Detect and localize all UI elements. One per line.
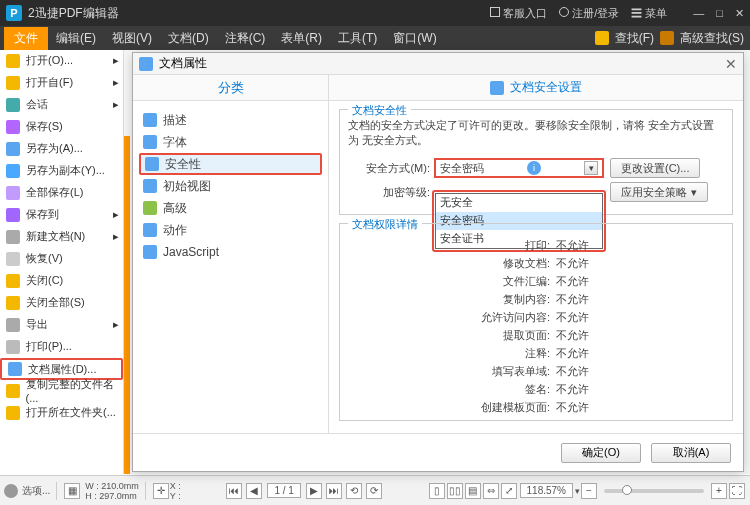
page-indicator[interactable]: 1 / 1 <box>267 483 300 498</box>
permission-row: 复制内容:不允许 <box>468 292 724 307</box>
cat-javascript[interactable]: JavaScript <box>139 241 322 263</box>
zoom-out-icon[interactable]: − <box>581 483 597 499</box>
menu-open[interactable]: 打开(O)...▸ <box>0 50 123 72</box>
perm-label: 复制内容: <box>468 292 550 307</box>
security-method-combo[interactable]: 安全密码 i ▾ <box>434 158 604 178</box>
next-page-icon[interactable]: ▶ <box>306 483 322 499</box>
crosshair-icon[interactable]: ✛ <box>153 483 169 499</box>
layout-1-icon[interactable]: ▯ <box>429 483 445 499</box>
close-window-icon[interactable]: ✕ <box>735 7 744 20</box>
perm-value: 不允许 <box>556 382 589 397</box>
dialog-close-icon[interactable]: ✕ <box>725 56 737 72</box>
open-folder-icon <box>6 406 20 420</box>
save-icon <box>6 120 20 134</box>
permissions-section-label: 文档权限详情 <box>348 217 422 232</box>
menu-close-all[interactable]: 关闭全部(S) <box>0 292 123 314</box>
perm-label: 修改文档: <box>468 256 550 271</box>
layout-3-icon[interactable]: ▤ <box>465 483 481 499</box>
menu-save-as[interactable]: 另存为(A)... <box>0 138 123 160</box>
thumb-icon[interactable]: ▦ <box>64 483 80 499</box>
menu-restore[interactable]: 恢复(V) <box>0 248 123 270</box>
login-link[interactable]: 注册/登录 <box>559 6 619 21</box>
menu-open-folder[interactable]: 打开所在文件夹(... <box>0 402 123 424</box>
layout-2-icon[interactable]: ▯▯ <box>447 483 463 499</box>
options-link[interactable]: 选项... <box>22 484 50 498</box>
slider-thumb[interactable] <box>622 485 632 495</box>
perm-value: 不允许 <box>556 292 589 307</box>
cat-description[interactable]: 描述 <box>139 109 322 131</box>
security-description: 文档的安全方式决定了可许可的更改。要移除安全限制，请将 安全方式设置为 无安全方… <box>348 118 724 148</box>
menu-window[interactable]: 窗口(W) <box>385 30 444 47</box>
menu-session[interactable]: 会话▸ <box>0 94 123 116</box>
advfind-link[interactable]: 高级查找(S) <box>680 30 744 47</box>
info-icon: i <box>527 161 541 175</box>
opt-no-security[interactable]: 无安全 <box>436 194 602 212</box>
gear-icon[interactable] <box>4 484 18 498</box>
ok-button[interactable]: 确定(O) <box>561 443 641 463</box>
menu-save-to[interactable]: 保存到▸ <box>0 204 123 226</box>
first-page-icon[interactable]: ⏮ <box>226 483 242 499</box>
doc-icon <box>139 57 153 71</box>
encryption-label: 加密等级: <box>348 185 430 200</box>
perm-label: 创建模板页面: <box>468 400 550 415</box>
permission-row: 允许访问内容:不允许 <box>468 310 724 325</box>
perm-label: 打印: <box>468 238 550 253</box>
cat-fonts[interactable]: 字体 <box>139 131 322 153</box>
perm-value: 不允许 <box>556 310 589 325</box>
fit-width-icon[interactable]: ⇔ <box>483 483 499 499</box>
menu-save-copy[interactable]: 另存为副本(Y)... <box>0 160 123 182</box>
menu-annot[interactable]: 注释(C) <box>217 30 274 47</box>
nav-fwd-icon[interactable]: ⟳ <box>366 483 382 499</box>
hamburger-menu[interactable]: ☰ 菜单 <box>631 6 667 21</box>
menu-close[interactable]: 关闭(C) <box>0 270 123 292</box>
categories-header: 分类 <box>133 75 328 101</box>
security-section-label: 文档安全性 <box>348 103 411 118</box>
perm-label: 允许访问内容: <box>468 310 550 325</box>
perm-label: 填写表单域: <box>468 364 550 379</box>
perm-value: 不允许 <box>556 328 589 343</box>
zoom-value[interactable]: 118.57% <box>520 483 573 498</box>
cat-actions[interactable]: 动作 <box>139 219 322 241</box>
menu-edit[interactable]: 编辑(E) <box>48 30 104 47</box>
close-all-icon <box>6 296 20 310</box>
permission-row: 填写表单域:不允许 <box>468 364 724 379</box>
zoom-slider[interactable] <box>604 489 704 493</box>
last-page-icon[interactable]: ⏭ <box>326 483 342 499</box>
cat-initial-view[interactable]: 初始视图 <box>139 175 322 197</box>
cancel-button[interactable]: 取消(A) <box>651 443 731 463</box>
customer-service-link[interactable]: 客服入口 <box>490 6 547 21</box>
maximize-icon[interactable]: □ <box>716 7 723 20</box>
titlebar: P 2迅捷PDF编辑器 客服入口 注册/登录 ☰ 菜单 — □ ✕ <box>0 0 750 26</box>
menu-save[interactable]: 保存(S) <box>0 116 123 138</box>
restore-icon <box>6 252 20 266</box>
file-menu-panel: 打开(O)...▸ 打开自(F)▸ 会话▸ 保存(S) 另存为(A)... 另存… <box>0 50 124 474</box>
nav-back-icon[interactable]: ⟲ <box>346 483 362 499</box>
change-settings-button[interactable]: 更改设置(C)... <box>610 158 700 178</box>
zoom-in-icon[interactable]: + <box>711 483 727 499</box>
menu-document[interactable]: 文档(D) <box>160 30 217 47</box>
menu-copy-filename[interactable]: 复制完整的文件名(... <box>0 380 123 402</box>
menu-print[interactable]: 打印(P)... <box>0 336 123 358</box>
menu-export[interactable]: 导出▸ <box>0 314 123 336</box>
menu-tool[interactable]: 工具(T) <box>330 30 385 47</box>
menu-form[interactable]: 表单(R) <box>273 30 330 47</box>
fullscreen-icon[interactable]: ⛶ <box>729 483 745 499</box>
menu-new-doc[interactable]: 新建文档(N)▸ <box>0 226 123 248</box>
cat-advanced[interactable]: 高级 <box>139 197 322 219</box>
menu-file[interactable]: 文件 <box>4 27 48 50</box>
minimize-icon[interactable]: — <box>693 7 704 20</box>
prev-page-icon[interactable]: ◀ <box>246 483 262 499</box>
apply-policy-button[interactable]: 应用安全策略▾ <box>610 182 708 202</box>
fit-page-icon[interactable]: ⤢ <box>501 483 517 499</box>
document-properties-dialog: 文档属性 ✕ 分类 描述 字体 安全性 初始视图 高级 动作 JavaScrip… <box>132 52 744 472</box>
dropdown-arrow-icon[interactable]: ▾ <box>584 161 598 175</box>
menu-view[interactable]: 视图(V) <box>104 30 160 47</box>
new-icon <box>6 230 20 244</box>
find-link[interactable]: 查找(F) <box>615 30 654 47</box>
cat-security[interactable]: 安全性 <box>139 153 322 175</box>
page-icon <box>143 113 157 127</box>
perm-label: 注释: <box>468 346 550 361</box>
menu-save-all[interactable]: 全部保存(L) <box>0 182 123 204</box>
menu-open-from[interactable]: 打开自(F)▸ <box>0 72 123 94</box>
perm-value: 不允许 <box>556 238 589 253</box>
